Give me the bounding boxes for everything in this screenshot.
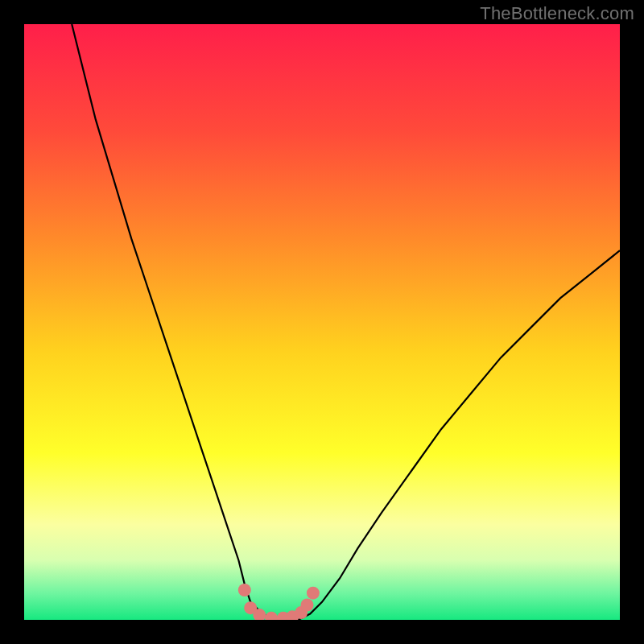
highlight-point bbox=[301, 599, 314, 612]
attribution-label: TheBottleneck.com bbox=[480, 3, 634, 24]
chart-frame: TheBottleneck.com bbox=[0, 0, 644, 644]
bottleneck-chart bbox=[24, 24, 620, 620]
plot-area bbox=[24, 24, 620, 620]
highlight-point bbox=[238, 584, 251, 597]
highlight-point bbox=[307, 587, 320, 600]
gradient-background bbox=[24, 24, 620, 620]
